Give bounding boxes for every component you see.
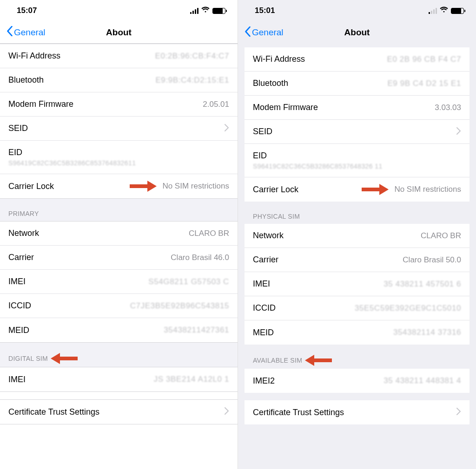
certificate-trust-label: Certificate Trust Settings [253, 408, 344, 417]
row-value: 35E5C59E392GE9C1C5010 [355, 304, 461, 313]
row-label: Carrier [8, 253, 34, 262]
digital-sim-section: IMEIJS 3BE214 A12L0 1 [0, 367, 238, 392]
cert-section: Certificate Trust Settings [245, 400, 469, 424]
cert-section: Certificate Trust Settings [0, 399, 238, 424]
settings-row: EIDS96419C82C36C5B3286C8537648326 11 [245, 144, 469, 177]
certificate-trust-row[interactable]: Certificate Trust Settings [245, 400, 469, 424]
row-value: S96419C82C36C5B3286C8537648326 11 [253, 163, 461, 170]
chevron-right-icon [456, 408, 461, 417]
settings-row: Modem Firmware2.05.01 [0, 92, 238, 117]
settings-row: CarrierClaro Brasil 50.0 [245, 248, 469, 272]
row-value: E0 2B 96 CB F4 C7 [387, 55, 462, 64]
row-label: EID [253, 151, 267, 161]
row-value: Claro Brasil 46.0 [171, 253, 229, 262]
row-label: IMEI [8, 375, 26, 384]
settings-row[interactable]: SEID [245, 120, 469, 144]
row-value: 2.05.01 [203, 100, 229, 109]
row-value: 35 438211 457501 6 [383, 280, 461, 289]
row-value: 35 438211 448381 4 [383, 376, 461, 385]
row-label: Bluetooth [8, 75, 44, 85]
about-top-section: Wi-Fi AddressE0 2B 96 CB F4 C7BluetoothE… [245, 47, 469, 202]
row-label: Modem Firmware [8, 99, 73, 109]
back-button[interactable]: General [7, 26, 46, 39]
row-value: E0:2B:96:CB:F4:C7 [155, 52, 230, 61]
settings-row: MEID35438211427361 [0, 318, 238, 342]
row-label: Modem Firmware [253, 103, 318, 112]
settings-row: IMEI235 438211 448381 4 [245, 369, 469, 393]
navbar: General About [0, 21, 238, 44]
settings-row[interactable]: SEID [0, 117, 238, 141]
row-value: C7JE3B5E92B96C543815 [130, 301, 229, 311]
section-header-primary: PRIMARY [0, 199, 238, 221]
status-bar: 15:07 [0, 0, 238, 21]
settings-row: IMEI35 438211 457501 6 [245, 272, 469, 296]
wifi-icon [201, 6, 210, 15]
row-value: Claro Brasil 50.0 [403, 255, 461, 265]
row-label: Carrier [253, 255, 278, 265]
settings-row: ICCID35E5C59E392GE9C1C5010 [245, 296, 469, 320]
row-value: No SIM restrictions [162, 182, 229, 191]
cellular-icon [429, 7, 437, 14]
annotation-arrow-icon [304, 356, 332, 365]
row-value: JS 3BE214 A12L0 1 [154, 375, 229, 384]
row-label: Wi-Fi Address [253, 54, 305, 64]
status-time: 15:07 [17, 6, 37, 15]
settings-row: Wi-Fi AddressE0:2B:96:CB:F4:C7 [0, 44, 238, 68]
settings-row: Carrier LockNo SIM restrictions [245, 177, 469, 202]
row-value: 35438211427361 [164, 326, 229, 335]
section-header-digital-sim: DIGITAL SIM [0, 343, 238, 367]
row-value: E9:9B:C4:D2:15:E1 [155, 76, 229, 85]
status-time: 15:01 [255, 6, 275, 15]
row-label: ICCID [8, 301, 31, 311]
row-label: Network [253, 231, 284, 241]
row-label: Wi-Fi Address [8, 51, 60, 61]
certificate-trust-row[interactable]: Certificate Trust Settings [0, 400, 238, 424]
row-label: Carrier Lock [8, 182, 54, 191]
row-label: EID [8, 148, 22, 157]
row-label: Bluetooth [253, 78, 288, 88]
chevron-left-icon [7, 26, 13, 39]
row-label: IMEI [8, 277, 26, 287]
settings-row: NetworkCLARO BR [245, 224, 469, 248]
row-value: CLARO BR [189, 229, 229, 238]
row-label: SEID [253, 127, 272, 137]
settings-row: IMEIJS 3BE214 A12L0 1 [0, 367, 238, 391]
row-label: IMEI2 [253, 376, 275, 386]
chevron-right-icon [225, 124, 229, 133]
row-label: Network [8, 228, 39, 238]
row-value: CLARO BR [421, 231, 461, 241]
row-label: ICCID [253, 303, 276, 313]
section-header-available-sim: AVAILABLE SIM [238, 345, 476, 369]
chevron-right-icon [456, 127, 461, 137]
phone-right: 15:01 General About Wi-Fi AddressE0 2B 9… [238, 0, 476, 469]
row-value: S54G8211 G57503 C [148, 277, 229, 287]
row-value: E9 9B C4 D2 15 E1 [387, 79, 461, 88]
chevron-right-icon [225, 407, 229, 417]
row-label: MEID [253, 328, 274, 338]
settings-row: IMEIS54G8211 G57503 C [0, 270, 238, 294]
row-label: SEID [8, 124, 28, 133]
back-button[interactable]: General [245, 26, 284, 39]
settings-row: MEID354382114 37316 [245, 320, 469, 345]
section-header-physical-sim: PHYSICAL SIM [238, 202, 476, 224]
wifi-icon [440, 6, 448, 15]
settings-row: NetworkCLARO BR [0, 221, 238, 246]
back-label: General [252, 27, 284, 38]
row-value: S96419C82C36C5B3286C853764832611 [8, 159, 229, 167]
chevron-left-icon [245, 26, 251, 39]
available-sim-section: IMEI235 438211 448381 4 [245, 369, 469, 393]
annotation-arrow-icon [50, 354, 78, 363]
phone-left: 15:07 General About Wi-Fi AddressE0:2B:9… [0, 0, 238, 469]
row-label: Carrier Lock [253, 185, 298, 195]
navbar: General About [238, 21, 476, 44]
cellular-icon [190, 7, 198, 14]
row-value: 3.03.03 [435, 103, 461, 112]
primary-sim-section: NetworkCLARO BRCarrierClaro Brasil 46.0I… [0, 221, 238, 343]
physical-sim-section: NetworkCLARO BRCarrierClaro Brasil 50.0I… [245, 224, 469, 345]
battery-icon [451, 8, 464, 14]
settings-row: Modem Firmware3.03.03 [245, 96, 469, 120]
row-value: 354382114 37316 [393, 328, 461, 337]
row-label: MEID [8, 326, 29, 335]
row-value: No SIM restrictions [394, 185, 461, 194]
annotation-arrow-icon [362, 185, 390, 194]
